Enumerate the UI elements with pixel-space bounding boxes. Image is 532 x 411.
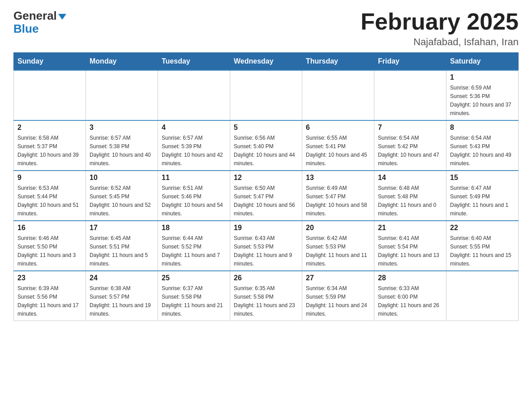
day-number: 10 [90,174,154,182]
weekday-header-row: Sunday Monday Tuesday Wednesday Thursday… [14,53,519,71]
day-info: Sunrise: 6:54 AMSunset: 5:42 PMDaylight:… [378,135,439,167]
day-info: Sunrise: 6:44 AMSunset: 5:52 PMDaylight:… [162,235,220,267]
day-number: 3 [90,124,154,132]
table-row: 26 Sunrise: 6:35 AMSunset: 5:58 PMDaylig… [230,271,302,321]
day-info: Sunrise: 6:56 AMSunset: 5:40 PMDaylight:… [234,135,295,167]
day-number: 17 [90,224,154,232]
day-number: 13 [306,174,370,182]
table-row: 7 Sunrise: 6:54 AMSunset: 5:42 PMDayligh… [374,120,446,171]
day-info: Sunrise: 6:43 AMSunset: 5:53 PMDaylight:… [234,235,292,267]
location-text: Najafabad, Isfahan, Iran [360,36,519,48]
day-number: 11 [162,174,226,182]
header-monday: Monday [86,53,158,71]
day-number: 8 [450,124,515,132]
header-friday: Friday [374,53,446,71]
calendar-row: 1 Sunrise: 6:59 AMSunset: 5:36 PMDayligh… [14,70,519,120]
day-info: Sunrise: 6:51 AMSunset: 5:46 PMDaylight:… [162,185,223,217]
title-block: February 2025 Najafabad, Isfahan, Iran [360,9,519,48]
header-wednesday: Wednesday [230,53,302,71]
day-info: Sunrise: 6:52 AMSunset: 5:45 PMDaylight:… [90,185,151,217]
day-number: 5 [234,124,298,132]
day-info: Sunrise: 6:46 AMSunset: 5:50 PMDaylight:… [17,235,76,267]
table-row: 17 Sunrise: 6:45 AMSunset: 5:51 PMDaylig… [86,221,158,271]
header-thursday: Thursday [302,53,374,71]
table-row: 19 Sunrise: 6:43 AMSunset: 5:53 PMDaylig… [230,221,302,271]
day-number: 6 [306,124,370,132]
calendar-row: 23 Sunrise: 6:39 AMSunset: 5:56 PMDaylig… [14,271,519,321]
day-number: 14 [378,174,442,182]
logo-blue-text: Blue [13,22,39,36]
table-row: 25 Sunrise: 6:37 AMSunset: 5:58 PMDaylig… [158,271,230,321]
table-row: 3 Sunrise: 6:57 AMSunset: 5:38 PMDayligh… [86,120,158,171]
header-sunday: Sunday [14,53,86,71]
day-number: 20 [306,224,370,232]
day-info: Sunrise: 6:49 AMSunset: 5:47 PMDaylight:… [306,185,367,217]
table-row: 20 Sunrise: 6:42 AMSunset: 5:53 PMDaylig… [302,221,374,271]
day-number: 16 [17,224,82,232]
day-number: 27 [306,274,370,282]
day-info: Sunrise: 6:48 AMSunset: 5:48 PMDaylight:… [378,185,436,217]
table-row: 21 Sunrise: 6:41 AMSunset: 5:54 PMDaylig… [374,221,446,271]
table-row: 4 Sunrise: 6:57 AMSunset: 5:39 PMDayligh… [158,120,230,171]
day-info: Sunrise: 6:59 AMSunset: 5:36 PMDaylight:… [450,85,511,116]
table-row: 15 Sunrise: 6:47 AMSunset: 5:49 PMDaylig… [446,171,519,221]
day-number: 24 [90,274,154,282]
table-row: 16 Sunrise: 6:46 AMSunset: 5:50 PMDaylig… [14,221,86,271]
table-row [230,70,302,120]
day-number: 21 [378,224,442,232]
day-number: 25 [162,274,226,282]
calendar-row: 9 Sunrise: 6:53 AMSunset: 5:44 PMDayligh… [14,171,519,221]
table-row [374,70,446,120]
table-row: 28 Sunrise: 6:33 AMSunset: 6:00 PMDaylig… [374,271,446,321]
day-number: 19 [234,224,298,232]
day-info: Sunrise: 6:33 AMSunset: 6:00 PMDaylight:… [378,285,439,317]
calendar-row: 2 Sunrise: 6:58 AMSunset: 5:37 PMDayligh… [14,120,519,171]
table-row: 1 Sunrise: 6:59 AMSunset: 5:36 PMDayligh… [446,70,519,120]
table-row: 27 Sunrise: 6:34 AMSunset: 5:59 PMDaylig… [302,271,374,321]
day-number: 15 [450,174,515,182]
day-number: 22 [450,224,515,232]
header-tuesday: Tuesday [158,53,230,71]
day-info: Sunrise: 6:38 AMSunset: 5:57 PMDaylight:… [90,285,151,317]
day-number: 9 [17,174,82,182]
table-row: 2 Sunrise: 6:58 AMSunset: 5:37 PMDayligh… [14,120,86,171]
day-number: 7 [378,124,442,132]
day-number: 28 [378,274,442,282]
day-number: 4 [162,124,226,132]
table-row: 12 Sunrise: 6:50 AMSunset: 5:47 PMDaylig… [230,171,302,221]
day-info: Sunrise: 6:39 AMSunset: 5:56 PMDaylight:… [17,285,79,317]
logo-triangle-icon [58,14,66,20]
table-row: 23 Sunrise: 6:39 AMSunset: 5:56 PMDaylig… [14,271,86,321]
calendar-row: 16 Sunrise: 6:46 AMSunset: 5:50 PMDaylig… [14,221,519,271]
day-info: Sunrise: 6:57 AMSunset: 5:38 PMDaylight:… [90,135,151,167]
day-info: Sunrise: 6:37 AMSunset: 5:58 PMDaylight:… [162,285,223,317]
table-row [302,70,374,120]
day-info: Sunrise: 6:57 AMSunset: 5:39 PMDaylight:… [162,135,223,167]
day-number: 1 [450,73,515,81]
header-saturday: Saturday [446,53,519,71]
table-row [446,271,519,321]
table-row: 6 Sunrise: 6:55 AMSunset: 5:41 PMDayligh… [302,120,374,171]
day-info: Sunrise: 6:58 AMSunset: 5:37 PMDaylight:… [17,135,79,167]
day-info: Sunrise: 6:35 AMSunset: 5:58 PMDaylight:… [234,285,295,317]
table-row [86,70,158,120]
day-info: Sunrise: 6:41 AMSunset: 5:54 PMDaylight:… [378,235,439,267]
table-row: 22 Sunrise: 6:40 AMSunset: 5:55 PMDaylig… [446,221,519,271]
logo: General Blue [13,9,66,36]
table-row: 13 Sunrise: 6:49 AMSunset: 5:47 PMDaylig… [302,171,374,221]
month-title: February 2025 [360,9,519,34]
day-info: Sunrise: 6:53 AMSunset: 5:44 PMDaylight:… [17,185,79,217]
day-number: 26 [234,274,298,282]
day-number: 23 [17,274,82,282]
day-info: Sunrise: 6:47 AMSunset: 5:49 PMDaylight:… [450,185,508,217]
table-row: 5 Sunrise: 6:56 AMSunset: 5:40 PMDayligh… [230,120,302,171]
table-row [14,70,86,120]
day-number: 18 [162,224,226,232]
table-row: 9 Sunrise: 6:53 AMSunset: 5:44 PMDayligh… [14,171,86,221]
table-row: 8 Sunrise: 6:54 AMSunset: 5:43 PMDayligh… [446,120,519,171]
day-info: Sunrise: 6:55 AMSunset: 5:41 PMDaylight:… [306,135,367,167]
day-info: Sunrise: 6:40 AMSunset: 5:55 PMDaylight:… [450,235,511,267]
table-row: 10 Sunrise: 6:52 AMSunset: 5:45 PMDaylig… [86,171,158,221]
table-row: 18 Sunrise: 6:44 AMSunset: 5:52 PMDaylig… [158,221,230,271]
table-row [158,70,230,120]
